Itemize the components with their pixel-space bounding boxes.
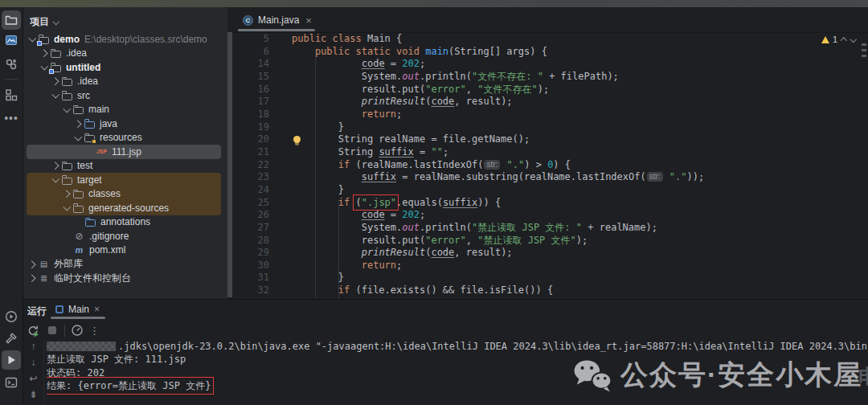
- tree-item-外部库[interactable]: ▤外部库: [23, 257, 223, 272]
- plugin-image-icon[interactable]: [2, 31, 21, 50]
- build-hammer-icon[interactable]: [2, 329, 21, 348]
- code-line-22[interactable]: if (realName.lastIndexOf(str: ".") > 0) …: [292, 159, 868, 172]
- profiler-gauge-button[interactable]: [71, 324, 84, 337]
- chevron-right-icon[interactable]: [62, 189, 72, 199]
- chevron-down-icon[interactable]: [73, 133, 84, 143]
- scroll-to-end-icon[interactable]: ⇟: [29, 389, 37, 400]
- editor-tab-main-java[interactable]: C Main.java ×: [238, 10, 317, 30]
- line-number: 22: [232, 159, 278, 172]
- code-line-23[interactable]: suffix = realName.substring(realName.las…: [292, 171, 868, 184]
- code-line-31[interactable]: }: [292, 272, 868, 284]
- code-line-32[interactable]: if (file.exists() && file.isFile()) {: [292, 284, 868, 297]
- code-line-30[interactable]: return;: [292, 260, 868, 272]
- code-line-18[interactable]: return;: [292, 108, 868, 121]
- services-icon[interactable]: [2, 307, 21, 326]
- terminal-icon[interactable]: [2, 373, 21, 392]
- tree-item-target[interactable]: target: [23, 173, 223, 187]
- tree-item-label: untitled: [66, 62, 100, 73]
- window-top-strip: [0, 0, 868, 7]
- jsp-icon: JSP: [96, 146, 108, 158]
- project-panel-header[interactable]: 项目: [30, 14, 59, 30]
- tree-item-pom.xml[interactable]: mpom.xml: [23, 243, 223, 258]
- tree-item-test[interactable]: test: [23, 159, 223, 174]
- tree-item-java[interactable]: java: [23, 117, 223, 131]
- code-line-28[interactable]: result.put("error", "禁止读取 JSP 文件");: [292, 235, 868, 248]
- tree-item-generated-sources[interactable]: generated-sources: [23, 201, 223, 215]
- tree-item-src[interactable]: src: [23, 88, 223, 103]
- code-line-19[interactable]: }: [292, 121, 868, 134]
- tree-item-resources[interactable]: resources: [23, 131, 223, 145]
- more-options-icon[interactable]: ⋮: [89, 325, 100, 337]
- activity-bar-divider: [5, 79, 18, 80]
- code-line-20[interactable]: String realName = file.getName();: [292, 133, 868, 146]
- code-line-29[interactable]: printResult(code, result);: [292, 247, 868, 260]
- tree-item-label: java: [100, 118, 117, 129]
- tree-item-.gitignore[interactable]: ⊘.gitignore: [23, 229, 223, 243]
- chevron-right-icon[interactable]: [51, 161, 61, 171]
- code-line-5[interactable]: public class Main {: [292, 33, 868, 46]
- more-tools-icon[interactable]: •••: [2, 108, 21, 128]
- code-line-21[interactable]: String suffix = "";: [292, 146, 868, 159]
- line-number: 30: [232, 260, 278, 272]
- chevron-right-icon[interactable]: [73, 118, 84, 129]
- gitignore-icon: ⊘: [73, 231, 85, 242]
- tree-item-临时文件和控制台[interactable]: ≣临时文件和控制台: [23, 272, 223, 286]
- code-line-6[interactable]: public static void main(String[] args) {: [292, 46, 868, 59]
- chevron-right-icon[interactable]: [51, 76, 61, 87]
- inspections-widget[interactable]: 1: [821, 35, 857, 44]
- close-icon[interactable]: ×: [305, 14, 312, 27]
- chevron-down-icon[interactable]: [51, 90, 61, 100]
- code-line-25[interactable]: if (".jsp".equals(suffix)) {: [292, 197, 868, 210]
- line-number: 29: [232, 247, 278, 260]
- chevron-down-icon[interactable]: [62, 202, 72, 213]
- project-tool-icon[interactable]: [2, 10, 21, 30]
- java-class-icon: C: [243, 15, 253, 26]
- tree-item-label: 111.jsp: [112, 146, 141, 158]
- run-tab-main[interactable]: Main ×: [51, 301, 105, 317]
- tree-item-annotations[interactable]: annotations: [23, 215, 223, 230]
- chevron-right-icon[interactable]: [27, 273, 38, 284]
- code-line-26[interactable]: code = 202;: [292, 209, 868, 222]
- prev-problem-icon[interactable]: [841, 36, 847, 43]
- tree-item-.idea[interactable]: .idea: [23, 47, 223, 61]
- chevron-right-icon[interactable]: [27, 259, 38, 269]
- soft-wrap-icon[interactable]: ↩: [29, 373, 37, 384]
- tree-item-classes[interactable]: classes: [23, 187, 223, 202]
- code-line-17[interactable]: printResult(code, result);: [292, 96, 868, 108]
- active-tab-underline: [51, 317, 105, 319]
- line-number: 5: [232, 33, 278, 46]
- next-problem-icon[interactable]: [850, 36, 857, 43]
- rerun-button[interactable]: [27, 324, 40, 338]
- project-tree: demoE:\desktop\classes.src\demo.ideaunti…: [23, 32, 223, 285]
- code-line-16[interactable]: result.put("error", "文件不存在");: [292, 84, 868, 96]
- editor-content[interactable]: 5614151617181920212223242526272829303132…: [232, 32, 868, 299]
- tree-item-label: .idea: [77, 76, 98, 87]
- jump-to-bottom-icon[interactable]: ↓: [31, 357, 36, 368]
- tree-item-demo[interactable]: demoE:\desktop\classes.src\demo: [23, 32, 223, 47]
- version-control-icon[interactable]: [2, 55, 21, 74]
- run-toolbar: ⋮: [27, 322, 100, 338]
- structure-icon[interactable]: [2, 85, 21, 104]
- code-line-14[interactable]: code = 202;: [292, 58, 868, 71]
- code-area[interactable]: public class Main { public static void m…: [292, 33, 868, 297]
- tree-item-main[interactable]: main: [23, 103, 223, 117]
- tree-item-label: target: [77, 174, 102, 186]
- code-line-15[interactable]: System.out.println("文件不存在: " + filePath)…: [292, 71, 868, 84]
- code-line-24[interactable]: }: [292, 184, 868, 197]
- stop-button[interactable]: [46, 324, 59, 337]
- chevron-down-icon[interactable]: [62, 104, 72, 115]
- tree-item-label: resources: [100, 132, 142, 143]
- chevron-down-icon[interactable]: [51, 174, 61, 185]
- line-number: 20: [232, 133, 278, 146]
- editor: C Main.java × 1 561415161718192021222324…: [232, 7, 868, 299]
- run-tool-icon[interactable]: [2, 350, 21, 370]
- tree-item-111.jsp[interactable]: JSP111.jsp: [23, 145, 223, 159]
- tree-item-.idea[interactable]: .idea: [23, 75, 223, 89]
- code-line-27[interactable]: System.out.println("禁止读取 JSP 文件: " + rea…: [292, 222, 868, 235]
- chevron-right-icon[interactable]: [39, 48, 50, 59]
- tree-item-label: main: [88, 104, 109, 115]
- tree-item-untitled[interactable]: untitled: [23, 60, 223, 75]
- jump-to-top-icon[interactable]: ↑: [31, 341, 36, 352]
- wechat-icon: [572, 358, 612, 392]
- close-icon[interactable]: ×: [94, 304, 100, 315]
